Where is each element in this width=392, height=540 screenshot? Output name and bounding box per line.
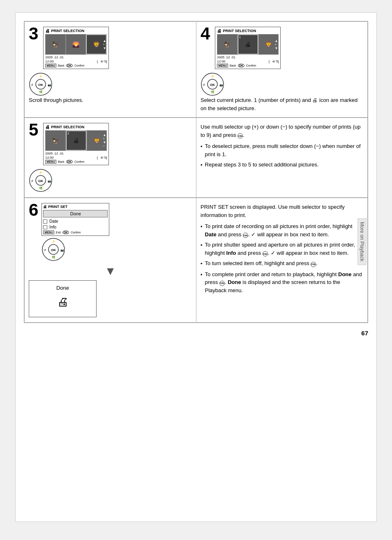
print-set-screen: 🖨 PRINT SET Done Date Info xyxy=(42,203,109,236)
svg-text:OK: OK xyxy=(51,248,56,252)
step6-main-desc: PRINT SET screen is displayed. Use multi… xyxy=(201,203,363,219)
svg-text:OK: OK xyxy=(38,83,43,87)
svg-text:↺: ↺ xyxy=(31,83,33,86)
done-text: Done xyxy=(33,285,92,291)
step3-count: [ 4/ 5] xyxy=(97,60,107,63)
step6-bullet-4-text: To complete print order and return to pl… xyxy=(205,270,363,295)
step3-number: 3 xyxy=(29,25,38,42)
svg-text:🌿: 🌿 xyxy=(211,90,214,94)
menu-btn-s4: MENU xyxy=(217,64,228,67)
menu-btn-s3: MENU xyxy=(45,64,56,67)
step5-screen-title: PRINT SELECTION xyxy=(51,125,84,129)
ok-btn-s6: OK xyxy=(62,231,69,234)
svg-text:📷: 📷 xyxy=(219,83,223,87)
camera-dial-s3: OK ⚡ ↺ 📷 🌿 xyxy=(29,72,53,96)
step3-desc: Scroll through pictures. xyxy=(29,96,192,104)
step5-date: 2005 .12 .01 xyxy=(45,152,63,155)
svg-text:⚡: ⚡ xyxy=(211,74,214,78)
step5-images: 🦅 🖨 2 🦁 ▲+▼− xyxy=(45,130,107,151)
camera-dial-s6: OK ⚡ ↺ 📷 🌿 xyxy=(42,238,65,261)
svg-text:📷: 📷 xyxy=(60,248,64,252)
date-row: Date xyxy=(43,219,108,224)
step5-bullet-1-text: To deselect picture, press multi selecto… xyxy=(205,142,363,158)
img-thumb-s5-1: 🦅 xyxy=(46,131,65,150)
step3-info-row: 2005 .12 .01 xyxy=(45,55,107,59)
svg-text:↺: ↺ xyxy=(31,180,33,182)
svg-text:🌿: 🌿 xyxy=(52,255,55,259)
step4-time-row: 12:00 [ 4/ 5] xyxy=(217,60,279,63)
img-thumb-s4-1: 🦅 xyxy=(217,35,237,54)
nav-arrows-s4: ▲+▼ xyxy=(274,39,278,50)
info-row: Info xyxy=(43,225,108,229)
step4-screen-title: PRINT SELECTION xyxy=(223,29,256,33)
step5-ctrl: OK ⚡ ↺ 📷 🌿 xyxy=(29,168,192,192)
exit-label-s6: Exit xyxy=(56,231,61,234)
step6-bullet-dot-4: • xyxy=(201,271,203,295)
ok-circle-b1: OK xyxy=(243,233,248,238)
step5-time: 12:00 xyxy=(45,156,53,159)
step5-bullet-1: • To deselect picture, press multi selec… xyxy=(201,142,363,158)
print-set-screen-title: PRINT SET xyxy=(48,205,67,209)
page-number: 67 xyxy=(24,330,368,337)
step4-count: [ 4/ 5] xyxy=(269,60,279,63)
step3-time: 12:00 xyxy=(45,60,53,63)
print-set-done-btn: Done xyxy=(43,210,108,217)
step5-number: 5 xyxy=(29,121,38,138)
step3-images: 🦅 🌄 🦁 ▲+▼ xyxy=(45,34,107,55)
svg-text:↺: ↺ xyxy=(44,249,46,252)
step6-bullet-2-text: To print shutter speed and aperture on a… xyxy=(205,241,363,257)
done-screen: Done 🖨 xyxy=(29,280,97,317)
step3-time-row: 12:00 [ 4/ 5] xyxy=(45,60,107,63)
step4-info-row: 2005 .12 .01 xyxy=(217,55,279,59)
ok-btn-s4: OK xyxy=(238,64,245,67)
ok-circle-s5: OK xyxy=(238,133,243,138)
camera-dial-s4: OK ⚡ ↺ 📷 🌿 xyxy=(201,72,224,96)
step6-bullet-dot-2: • xyxy=(201,241,203,257)
svg-text:📷: 📷 xyxy=(48,179,51,183)
step4-date: 2005 .12 .01 xyxy=(217,55,235,59)
printer-icon-s6: 🖨 xyxy=(43,205,47,209)
img-thumb-s4-2: 🖨 1 xyxy=(238,35,258,54)
svg-text:🌿: 🌿 xyxy=(39,186,43,190)
img-thumb-s5-2: 🖨 2 xyxy=(66,131,86,150)
step4-images: 🦅 🖨 1 🦁 ▲+▼ xyxy=(217,34,279,55)
confirm-label-s6: Confirm xyxy=(71,231,81,234)
step3-date: 2005 .12 .01 xyxy=(45,55,63,59)
sidebar-label: More on Playback xyxy=(357,218,367,265)
print-set-title: 🖨 PRINT SET xyxy=(43,205,108,209)
step6-bullet-list: • To print date of recording on all pict… xyxy=(201,222,363,294)
ok-circle-b3: OK xyxy=(311,262,316,267)
step4-screen: 🖨 PRINT SELECTION 🦅 🖨 1 🦁 ▲+▼ xyxy=(215,27,281,69)
nav-arrows-s3: ▲+▼ xyxy=(103,39,106,50)
step4-desc: Select current picture. 1 (number of pri… xyxy=(201,96,363,112)
arrow-down: ▼ xyxy=(29,265,192,278)
step5-cell: 5 🖨 PRINT SELECTION 🦅 🖨 2 xyxy=(24,118,196,198)
bullet-dot-1: • xyxy=(201,143,203,158)
step6-bullet-3: • To turn selected item off, highlight a… xyxy=(201,259,363,268)
step3-screen: 🖨 PRINT SELECTION 🦅 🌄 🦁 ▲+▼ xyxy=(43,27,109,69)
step6-bullet-dot-1: • xyxy=(201,223,203,238)
step6-ctrl: OK ⚡ ↺ 📷 🌿 xyxy=(42,238,109,261)
step6-bullet-dot-3: • xyxy=(201,260,203,268)
step3-bar: MENU Back OK Confirm xyxy=(45,64,107,67)
step4-number: 4 xyxy=(201,25,210,42)
ok-circle-b2: OK xyxy=(263,251,268,256)
step3-screen-title: PRINT SELECTION xyxy=(51,29,84,33)
step6-bullet-3-text: To turn selected item off, highlight and… xyxy=(205,259,318,268)
svg-text:↺: ↺ xyxy=(203,83,205,86)
ok-circle-b4: OK xyxy=(219,281,225,286)
step6-bullet-1: • To print date of recording on all pict… xyxy=(201,222,363,238)
step3-cell: 3 🖨 PRINT SELECTION 🦅 🌄 🦁 xyxy=(24,21,196,118)
step6-bullet-4: • To complete print order and return to … xyxy=(201,270,363,295)
ok-btn-s5: OK xyxy=(66,160,73,164)
svg-text:OK: OK xyxy=(38,179,43,183)
img-thumb-1: 🦅 xyxy=(46,35,65,54)
svg-text:⚡: ⚡ xyxy=(39,171,43,174)
img-thumb-2: 🌄 xyxy=(66,35,85,54)
printer-big-icon: 🖨 xyxy=(33,295,92,309)
svg-text:OK: OK xyxy=(210,83,215,87)
svg-text:📷: 📷 xyxy=(48,83,51,87)
bullet-dot-2: • xyxy=(201,161,203,169)
back-label-s3: Back xyxy=(58,64,65,67)
step5-bullet-2: • Repeat steps 3 to 5 to select addition… xyxy=(201,161,363,169)
